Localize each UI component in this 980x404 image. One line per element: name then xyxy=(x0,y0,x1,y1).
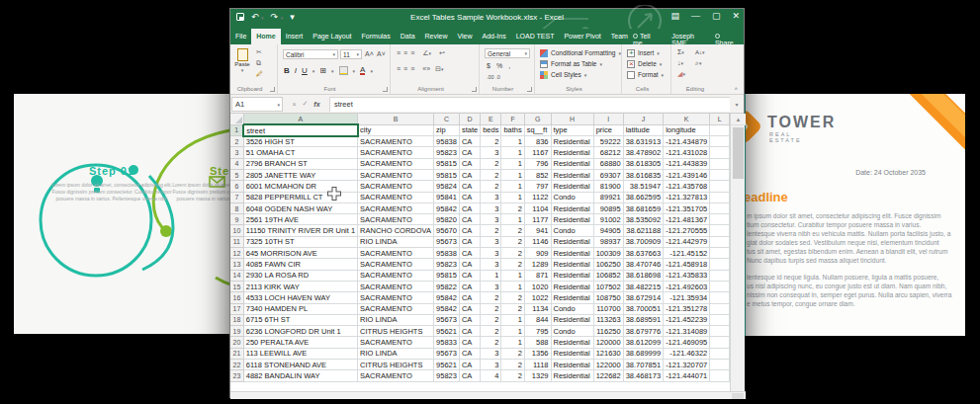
shrink-font-icon[interactable]: A˅ xyxy=(377,50,386,58)
cell-K2[interactable]: -121.434879 xyxy=(664,136,710,147)
cell-E8[interactable]: 3 xyxy=(481,202,501,213)
cell-J2[interactable]: 38.631913 xyxy=(623,136,663,147)
cell-E2[interactable]: 2 xyxy=(481,136,501,147)
cell-B1[interactable]: city xyxy=(358,124,434,135)
cell-K18[interactable]: -121.452239 xyxy=(664,314,710,325)
cell-H5[interactable]: Residential xyxy=(551,169,593,180)
tab-insert[interactable]: Insert xyxy=(281,29,309,44)
cell-L21[interactable] xyxy=(710,348,730,359)
cell-F9[interactable]: 1 xyxy=(501,214,524,225)
cell-D10[interactable]: CA xyxy=(459,225,480,236)
cell-G19[interactable]: 795 xyxy=(524,326,551,337)
cell-I1[interactable]: price xyxy=(593,124,623,135)
cell-I3[interactable]: 68212 xyxy=(593,147,623,158)
cell-K23[interactable]: -121.444071 xyxy=(664,370,710,381)
clear-icon[interactable]: ◢▾ xyxy=(677,70,695,78)
percent-icon[interactable]: % xyxy=(496,62,502,70)
cell-L23[interactable] xyxy=(710,370,730,381)
row-header-8[interactable]: 8 xyxy=(230,202,243,213)
cell-H8[interactable]: Residential xyxy=(551,202,593,213)
maximize-icon[interactable]: ▢ xyxy=(712,11,721,21)
cell-D6[interactable]: CA xyxy=(459,181,480,192)
cell-L7[interactable] xyxy=(710,192,730,202)
cell-A4[interactable]: 2796 BRANCH ST xyxy=(243,158,357,169)
alignment-dialog-launcher[interactable] xyxy=(472,87,477,92)
cell-J9[interactable]: 38.535092 xyxy=(623,214,663,225)
cell-L1[interactable] xyxy=(710,124,730,135)
cell-L14[interactable] xyxy=(710,270,730,281)
cell-F5[interactable]: 1 xyxy=(501,169,524,180)
cell-B6[interactable]: SACRAMENTO xyxy=(358,181,434,192)
cell-F21[interactable]: 2 xyxy=(501,348,524,359)
cell-C21[interactable]: 95673 xyxy=(434,348,460,359)
col-header-C[interactable]: C xyxy=(434,114,460,124)
cell-L19[interactable] xyxy=(710,326,730,337)
worksheet-grid[interactable]: ABCDEFGHIJKL1streetcityzipstatebedsbaths… xyxy=(230,114,730,391)
col-header-E[interactable]: E xyxy=(481,114,501,124)
col-header-G[interactable]: G xyxy=(524,114,551,124)
cell-D13[interactable]: CA xyxy=(459,259,480,270)
cell-A11[interactable]: 7325 10TH ST xyxy=(243,236,357,247)
cell-I22[interactable]: 122000 xyxy=(593,360,623,370)
cell-F15[interactable]: 1 xyxy=(501,281,524,291)
cell-F22[interactable]: 2 xyxy=(501,360,524,370)
row-header-10[interactable]: 10 xyxy=(230,225,243,236)
cell-F23[interactable]: 2 xyxy=(501,370,524,381)
cell-E20[interactable]: 2 xyxy=(481,337,501,348)
cell-C4[interactable]: 95815 xyxy=(434,158,460,169)
cell-J22[interactable]: 38.707851 xyxy=(623,360,663,370)
cell-G17[interactable]: 1134 xyxy=(524,303,551,314)
tab-view[interactable]: View xyxy=(453,29,478,44)
cell-H23[interactable]: Residential xyxy=(551,370,593,381)
clipboard-dialog-launcher[interactable] xyxy=(270,87,275,92)
cell-A12[interactable]: 645 MORRISON AVE xyxy=(243,248,357,259)
row-header-4[interactable]: 4 xyxy=(230,158,243,169)
cell-L3[interactable] xyxy=(710,147,730,158)
format-cells-button[interactable]: Format▾ xyxy=(627,69,664,80)
cell-I10[interactable]: 94905 xyxy=(593,225,623,236)
select-all-corner[interactable] xyxy=(230,114,243,124)
cell-G16[interactable]: 1022 xyxy=(524,292,551,303)
cell-C16[interactable]: 95842 xyxy=(434,292,460,303)
cell-A21[interactable]: 113 LEEWILL AVE xyxy=(243,348,357,359)
row-header-2[interactable]: 2 xyxy=(230,136,243,147)
cell-G14[interactable]: 871 xyxy=(524,270,551,281)
wrap-text-icon[interactable]: ↩ xyxy=(439,49,445,56)
cell-H21[interactable]: Residential xyxy=(551,348,593,359)
cancel-formula-icon[interactable]: × xyxy=(292,101,296,108)
cell-K11[interactable]: -121.442979 xyxy=(664,236,710,247)
cell-D19[interactable]: CA xyxy=(459,326,480,337)
cell-J15[interactable]: 38.482215 xyxy=(623,281,663,291)
cell-E3[interactable]: 3 xyxy=(481,147,501,158)
cell-C23[interactable]: 95823 xyxy=(434,370,460,381)
insert-function-icon[interactable]: fx xyxy=(313,101,319,108)
cell-C7[interactable]: 95841 xyxy=(434,192,460,202)
font-color-icon[interactable]: A xyxy=(360,66,365,75)
cell-I15[interactable]: 107502 xyxy=(593,281,623,291)
cell-B20[interactable]: SACRAMENTO xyxy=(358,337,434,348)
cell-C12[interactable]: 95838 xyxy=(434,248,460,259)
row-header-11[interactable]: 11 xyxy=(230,236,243,247)
format-painter-icon[interactable]: 🖉 xyxy=(256,70,263,77)
cell-K15[interactable]: -121.492603 xyxy=(664,281,710,291)
cell-B9[interactable]: SACRAMENTO xyxy=(358,214,434,225)
col-header-D[interactable]: D xyxy=(459,114,480,124)
row-header-22[interactable]: 22 xyxy=(230,360,243,370)
cell-B17[interactable]: SACRAMENTO xyxy=(358,303,434,314)
cell-H9[interactable]: Residential xyxy=(551,214,593,225)
cell-K12[interactable]: -121.45152 xyxy=(664,248,710,259)
number-format-combo[interactable]: General ▾ xyxy=(485,48,530,58)
row-header-21[interactable]: 21 xyxy=(230,348,243,359)
row-header-6[interactable]: 6 xyxy=(230,181,243,192)
cell-E13[interactable]: 3 xyxy=(481,259,501,270)
cell-L2[interactable] xyxy=(710,136,730,147)
cell-L4[interactable] xyxy=(710,158,730,169)
cell-A19[interactable]: 6236 LONGFORD DR Unit 1 xyxy=(243,326,357,337)
cell-H11[interactable]: Residential xyxy=(551,236,593,247)
cell-H1[interactable]: type xyxy=(551,124,593,135)
cell-G1[interactable]: sq__ft xyxy=(524,124,551,135)
cell-A16[interactable]: 4533 LOCH HAVEN WAY xyxy=(243,292,357,303)
cell-B13[interactable]: SACRAMENTO xyxy=(358,259,434,270)
cell-K7[interactable]: -121.327813 xyxy=(664,192,710,202)
cell-H10[interactable]: Condo xyxy=(551,225,593,236)
